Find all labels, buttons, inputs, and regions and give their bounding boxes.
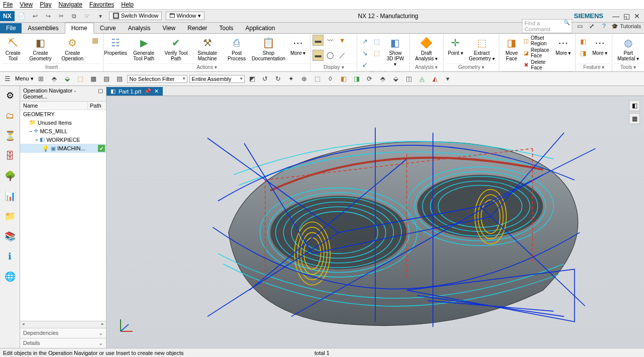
tab-assemblies[interactable]: Assemblies bbox=[22, 23, 64, 33]
command-search[interactable]: Find a Command bbox=[522, 19, 572, 33]
col-name[interactable]: Name bbox=[20, 102, 88, 110]
sr-ico2[interactable]: ⬘ bbox=[49, 73, 60, 84]
sr-ico23[interactable]: ▾ bbox=[443, 73, 454, 84]
part-material-button[interactable]: ◍Part Material ▾ bbox=[614, 35, 642, 62]
create-operation-button[interactable]: ⚙Create Operation bbox=[57, 35, 88, 62]
tree-geometry[interactable]: GEOMETRY bbox=[20, 110, 106, 118]
sr-ico13[interactable]: ⬚ bbox=[312, 73, 323, 84]
sr-ico16[interactable]: ◨ bbox=[351, 73, 362, 84]
menu-button[interactable]: ☰ bbox=[2, 73, 13, 84]
extract-geometry-button[interactable]: ⬚Extract Geometry ▾ bbox=[467, 35, 497, 62]
selection-filter-dropdown[interactable]: No Selection Filter bbox=[127, 75, 187, 83]
sr-ico18[interactable]: ⬘ bbox=[377, 73, 388, 84]
assembly-scope-dropdown[interactable]: Entire Assembly bbox=[189, 75, 245, 83]
disp4-icon[interactable]: ▬ bbox=[312, 50, 324, 61]
sr-ico6[interactable]: ▧ bbox=[101, 73, 112, 84]
new-icon[interactable]: 📄 bbox=[18, 12, 27, 21]
disp5-icon[interactable]: ◯ bbox=[325, 50, 336, 61]
viewcube-grid[interactable]: ▦ bbox=[629, 113, 640, 124]
delete-face-button[interactable]: ✖Delete Face bbox=[523, 59, 551, 71]
offset-region-button[interactable]: ◫Offset Region bbox=[523, 35, 551, 47]
menu-label[interactable]: Menu ▾ bbox=[15, 75, 34, 82]
sysmenu-view[interactable]: View bbox=[20, 1, 33, 8]
draft-analysis-button[interactable]: 🔶Draft Analysis ▾ bbox=[412, 35, 441, 62]
tree-icon[interactable]: 🌳 bbox=[3, 168, 18, 184]
help-icon[interactable]: ? bbox=[599, 22, 608, 31]
sr-ico10[interactable]: ↻ bbox=[273, 73, 284, 84]
history-icon[interactable]: ⏳ bbox=[3, 128, 18, 143]
navigator-hscroll[interactable]: ◂▸ bbox=[20, 321, 106, 328]
books-icon[interactable]: 📚 bbox=[3, 229, 18, 244]
tree-mcs[interactable]: −✛MCS_MILL bbox=[20, 127, 106, 135]
touch-icon[interactable]: ☞ bbox=[83, 12, 92, 21]
actions-more-button[interactable]: ⋯More ▾ bbox=[288, 35, 308, 57]
show-3d-ipw-button[interactable]: ◧Show 3D IPW ▾ bbox=[383, 35, 407, 68]
folder-icon[interactable]: 📁 bbox=[3, 209, 18, 224]
copy-icon[interactable]: ⧉ bbox=[70, 12, 79, 21]
verify-toolpath-button[interactable]: ✔Verify Tool Path bbox=[162, 35, 190, 62]
redo-icon[interactable]: ↪ bbox=[44, 12, 53, 21]
sysmenu-navigate[interactable]: Navigate bbox=[58, 1, 82, 8]
sysmenu-play[interactable]: Play bbox=[40, 1, 51, 8]
viewport[interactable]: ◧ ▦ bbox=[106, 96, 644, 348]
cut-icon[interactable]: ✂ bbox=[57, 12, 66, 21]
tab-render[interactable]: Render bbox=[181, 23, 213, 33]
pin-icon[interactable]: 📌 bbox=[144, 88, 151, 95]
settings-icon[interactable]: ⚙ bbox=[3, 88, 18, 103]
point-button[interactable]: ✛Point ▾ bbox=[446, 35, 466, 57]
tree-operation[interactable]: 💡▣IMACHIN...✔ bbox=[20, 144, 106, 153]
tab-analysis[interactable]: Analysis bbox=[122, 23, 157, 33]
properties-button[interactable]: ☷Properties bbox=[105, 35, 126, 57]
disp6-icon[interactable]: ／ bbox=[337, 50, 348, 61]
switch-window-button[interactable]: 🔲 Switch Window bbox=[109, 12, 162, 20]
tab-application[interactable]: Application bbox=[240, 23, 281, 33]
window-dropdown[interactable]: 🗔 Window ▾ bbox=[166, 12, 204, 20]
sr-ico15[interactable]: ◧ bbox=[338, 73, 349, 84]
wp3-icon[interactable]: ↙ bbox=[359, 59, 370, 70]
navigator-tree[interactable]: GEOMETRY 📁Unused Items −✛MCS_MILL −◧WORK… bbox=[20, 110, 106, 321]
wp5-icon[interactable]: ⬚ bbox=[371, 47, 382, 58]
generate-toolpath-button[interactable]: ▶Generate Tool Path bbox=[127, 35, 161, 62]
disp2-icon[interactable]: 〰 bbox=[325, 35, 336, 46]
sysmenu-file[interactable]: File bbox=[3, 1, 13, 8]
sr-ico19[interactable]: ⬙ bbox=[390, 73, 401, 84]
sr-ico9[interactable]: ↺ bbox=[260, 73, 271, 84]
sr-ico12[interactable]: ⊕ bbox=[299, 73, 310, 84]
view-triad[interactable] bbox=[116, 316, 136, 339]
tab-view[interactable]: View bbox=[156, 23, 181, 33]
feat1-icon[interactable]: ◧ bbox=[578, 36, 589, 47]
globe-icon[interactable]: 🌐 bbox=[3, 269, 18, 284]
tab-file[interactable]: File bbox=[0, 23, 22, 33]
wp4-icon[interactable]: ⬚ bbox=[371, 36, 382, 47]
navigator-close-icon[interactable]: ▢ bbox=[98, 87, 103, 100]
sr-ico14[interactable]: ◊ bbox=[325, 73, 336, 84]
wp2-icon[interactable]: ↘ bbox=[359, 47, 370, 58]
sysmenu-help[interactable]: Help bbox=[121, 1, 134, 8]
replace-face-button[interactable]: ◪Replace Face bbox=[523, 47, 551, 59]
tab-close-icon[interactable]: ✕ bbox=[154, 88, 159, 95]
sr-ico3[interactable]: ⬙ bbox=[62, 73, 73, 84]
document-tab[interactable]: ◧ Part 1.prt 📌 ✕ bbox=[106, 87, 163, 96]
sr-ico20[interactable]: ◫ bbox=[403, 73, 414, 84]
details-section[interactable]: Details⌄ bbox=[20, 338, 106, 348]
tutorials-link[interactable]: 🎓 Tutorials bbox=[611, 23, 641, 30]
tree-workpiece[interactable]: −◧WORKPIECE bbox=[20, 135, 106, 144]
sr-ico4[interactable]: ⬚ bbox=[75, 73, 86, 84]
tree-unused[interactable]: 📁Unused Items bbox=[20, 118, 106, 127]
dependencies-section[interactable]: Dependencies⌄ bbox=[20, 328, 106, 338]
post-process-button[interactable]: ⎙Post Process bbox=[225, 35, 249, 62]
more-qat-icon[interactable]: ▾ bbox=[96, 12, 105, 21]
feat2-icon[interactable]: ◨ bbox=[578, 47, 589, 58]
sr-ico21[interactable]: ◬ bbox=[416, 73, 427, 84]
db-icon[interactable]: 🗄 bbox=[3, 148, 18, 163]
tab-tools[interactable]: Tools bbox=[213, 23, 240, 33]
wp1-icon[interactable]: ↗ bbox=[359, 36, 370, 47]
collapse-ribbon-icon[interactable]: ▭ bbox=[575, 22, 584, 31]
sheet-icon[interactable]: 📊 bbox=[3, 189, 18, 204]
disp1-icon[interactable]: ▬ bbox=[312, 35, 324, 46]
sr-ico1[interactable]: ⊞ bbox=[36, 73, 47, 84]
feature-more-button[interactable]: ⋯More ▾ bbox=[590, 35, 610, 57]
disp3-icon[interactable]: ▼ bbox=[337, 35, 348, 46]
sr-ico7[interactable]: ▨ bbox=[114, 73, 125, 84]
sr-ico8[interactable]: ◩ bbox=[247, 73, 258, 84]
